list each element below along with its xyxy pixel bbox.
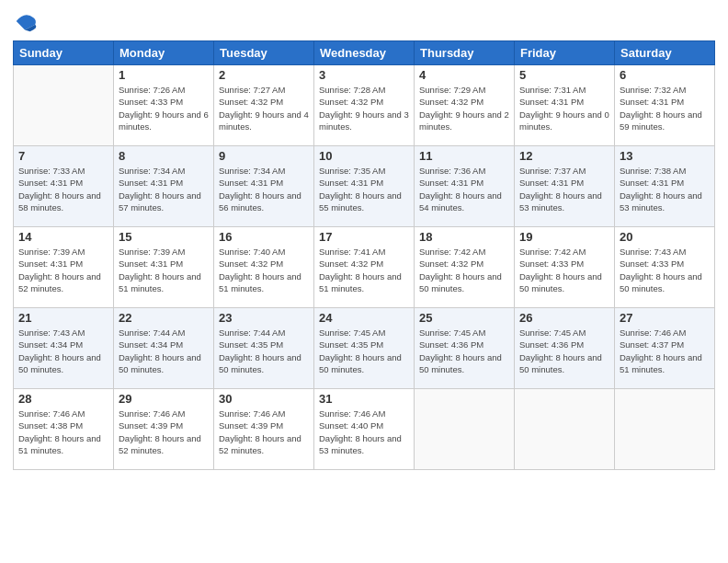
- day-info: Sunrise: 7:46 AMSunset: 4:37 PMDaylight:…: [620, 327, 710, 375]
- calendar-day-cell: 10Sunrise: 7:35 AMSunset: 4:31 PMDayligh…: [314, 146, 415, 227]
- page: SundayMondayTuesdayWednesdayThursdayFrid…: [0, 0, 728, 563]
- day-number: 28: [18, 392, 108, 406]
- day-number: 16: [219, 230, 309, 244]
- calendar-week-row: 14Sunrise: 7:39 AMSunset: 4:31 PMDayligh…: [14, 227, 715, 308]
- day-number: 10: [319, 149, 409, 163]
- day-info: Sunrise: 7:45 AMSunset: 4:36 PMDaylight:…: [419, 327, 509, 375]
- calendar-week-row: 21Sunrise: 7:43 AMSunset: 4:34 PMDayligh…: [14, 308, 715, 389]
- calendar-day-cell: 26Sunrise: 7:45 AMSunset: 4:36 PMDayligh…: [515, 308, 615, 389]
- day-number: 11: [419, 149, 509, 163]
- day-number: 24: [319, 311, 409, 325]
- calendar-day-cell: 22Sunrise: 7:44 AMSunset: 4:34 PMDayligh…: [114, 308, 214, 389]
- calendar-week-row: 7Sunrise: 7:33 AMSunset: 4:31 PMDaylight…: [14, 146, 715, 227]
- calendar-day-cell: 16Sunrise: 7:40 AMSunset: 4:32 PMDayligh…: [214, 227, 314, 308]
- calendar-day-cell: 29Sunrise: 7:46 AMSunset: 4:39 PMDayligh…: [114, 389, 214, 470]
- day-info: Sunrise: 7:46 AMSunset: 4:38 PMDaylight:…: [18, 408, 108, 456]
- calendar-week-row: 28Sunrise: 7:46 AMSunset: 4:38 PMDayligh…: [14, 389, 715, 470]
- weekday-header: Friday: [515, 41, 615, 65]
- calendar-day-cell: 25Sunrise: 7:45 AMSunset: 4:36 PMDayligh…: [415, 308, 515, 389]
- day-number: 23: [219, 311, 309, 325]
- calendar-day-cell: 27Sunrise: 7:46 AMSunset: 4:37 PMDayligh…: [615, 308, 715, 389]
- day-number: 21: [18, 311, 108, 325]
- day-number: 26: [519, 311, 609, 325]
- day-info: Sunrise: 7:27 AMSunset: 4:32 PMDaylight:…: [219, 84, 309, 132]
- day-info: Sunrise: 7:34 AMSunset: 4:31 PMDaylight:…: [119, 165, 209, 213]
- day-info: Sunrise: 7:42 AMSunset: 4:33 PMDaylight:…: [519, 246, 609, 294]
- day-info: Sunrise: 7:39 AMSunset: 4:31 PMDaylight:…: [119, 246, 209, 294]
- day-info: Sunrise: 7:35 AMSunset: 4:31 PMDaylight:…: [319, 165, 409, 213]
- calendar-day-cell: 24Sunrise: 7:45 AMSunset: 4:35 PMDayligh…: [314, 308, 415, 389]
- logo-icon: [13, 9, 39, 35]
- calendar-day-cell: 8Sunrise: 7:34 AMSunset: 4:31 PMDaylight…: [114, 146, 214, 227]
- weekday-header: Wednesday: [314, 41, 415, 65]
- calendar-day-cell: 30Sunrise: 7:46 AMSunset: 4:39 PMDayligh…: [214, 389, 314, 470]
- calendar-day-cell: 23Sunrise: 7:44 AMSunset: 4:35 PMDayligh…: [214, 308, 314, 389]
- day-info: Sunrise: 7:36 AMSunset: 4:31 PMDaylight:…: [419, 165, 509, 213]
- day-info: Sunrise: 7:45 AMSunset: 4:35 PMDaylight:…: [319, 327, 409, 375]
- calendar-day-cell: 4Sunrise: 7:29 AMSunset: 4:32 PMDaylight…: [415, 65, 515, 146]
- day-info: Sunrise: 7:34 AMSunset: 4:31 PMDaylight:…: [219, 165, 309, 213]
- day-info: Sunrise: 7:38 AMSunset: 4:31 PMDaylight:…: [620, 165, 710, 213]
- calendar-day-cell: [415, 389, 515, 470]
- calendar-day-cell: 17Sunrise: 7:41 AMSunset: 4:32 PMDayligh…: [314, 227, 415, 308]
- calendar-day-cell: 28Sunrise: 7:46 AMSunset: 4:38 PMDayligh…: [14, 389, 114, 470]
- calendar-day-cell: 3Sunrise: 7:28 AMSunset: 4:32 PMDaylight…: [314, 65, 415, 146]
- day-number: 30: [219, 392, 309, 406]
- logo-area: [13, 9, 42, 35]
- weekday-header: Thursday: [415, 41, 515, 65]
- day-number: 14: [18, 230, 108, 244]
- calendar-day-cell: 9Sunrise: 7:34 AMSunset: 4:31 PMDaylight…: [214, 146, 314, 227]
- day-number: 5: [519, 68, 609, 82]
- calendar-day-cell: 5Sunrise: 7:31 AMSunset: 4:31 PMDaylight…: [515, 65, 615, 146]
- day-number: 20: [620, 230, 710, 244]
- day-info: Sunrise: 7:46 AMSunset: 4:39 PMDaylight:…: [119, 408, 209, 456]
- day-number: 12: [519, 149, 609, 163]
- day-number: 3: [319, 68, 409, 82]
- calendar-day-cell: 2Sunrise: 7:27 AMSunset: 4:32 PMDaylight…: [214, 65, 314, 146]
- day-info: Sunrise: 7:43 AMSunset: 4:34 PMDaylight:…: [18, 327, 108, 375]
- calendar-header-row: SundayMondayTuesdayWednesdayThursdayFrid…: [14, 41, 715, 65]
- weekday-header: Saturday: [615, 41, 715, 65]
- day-number: 31: [319, 392, 409, 406]
- day-info: Sunrise: 7:44 AMSunset: 4:35 PMDaylight:…: [219, 327, 309, 375]
- day-number: 22: [119, 311, 209, 325]
- calendar-day-cell: 19Sunrise: 7:42 AMSunset: 4:33 PMDayligh…: [515, 227, 615, 308]
- day-info: Sunrise: 7:44 AMSunset: 4:34 PMDaylight:…: [119, 327, 209, 375]
- weekday-header: Monday: [114, 41, 214, 65]
- day-info: Sunrise: 7:43 AMSunset: 4:33 PMDaylight:…: [620, 246, 710, 294]
- weekday-header: Sunday: [14, 41, 114, 65]
- day-info: Sunrise: 7:46 AMSunset: 4:40 PMDaylight:…: [319, 408, 409, 456]
- day-number: 9: [219, 149, 309, 163]
- day-info: Sunrise: 7:40 AMSunset: 4:32 PMDaylight:…: [219, 246, 309, 294]
- calendar-day-cell: 31Sunrise: 7:46 AMSunset: 4:40 PMDayligh…: [314, 389, 415, 470]
- day-number: 1: [119, 68, 209, 82]
- day-info: Sunrise: 7:26 AMSunset: 4:33 PMDaylight:…: [119, 84, 209, 132]
- day-info: Sunrise: 7:32 AMSunset: 4:31 PMDaylight:…: [620, 84, 710, 132]
- day-info: Sunrise: 7:31 AMSunset: 4:31 PMDaylight:…: [519, 84, 609, 132]
- calendar-table: SundayMondayTuesdayWednesdayThursdayFrid…: [13, 40, 715, 470]
- weekday-header: Tuesday: [214, 41, 314, 65]
- day-info: Sunrise: 7:42 AMSunset: 4:32 PMDaylight:…: [419, 246, 509, 294]
- day-info: Sunrise: 7:41 AMSunset: 4:32 PMDaylight:…: [319, 246, 409, 294]
- calendar-week-row: 1Sunrise: 7:26 AMSunset: 4:33 PMDaylight…: [14, 65, 715, 146]
- day-info: Sunrise: 7:46 AMSunset: 4:39 PMDaylight:…: [219, 408, 309, 456]
- calendar-day-cell: 11Sunrise: 7:36 AMSunset: 4:31 PMDayligh…: [415, 146, 515, 227]
- header: [13, 9, 715, 35]
- day-number: 7: [18, 149, 108, 163]
- day-number: 6: [620, 68, 710, 82]
- calendar-day-cell: 18Sunrise: 7:42 AMSunset: 4:32 PMDayligh…: [415, 227, 515, 308]
- day-number: 27: [620, 311, 710, 325]
- calendar-day-cell: [14, 65, 114, 146]
- day-number: 17: [319, 230, 409, 244]
- day-number: 2: [219, 68, 309, 82]
- day-info: Sunrise: 7:33 AMSunset: 4:31 PMDaylight:…: [18, 165, 108, 213]
- day-number: 29: [119, 392, 209, 406]
- day-number: 19: [519, 230, 609, 244]
- calendar-day-cell: [615, 389, 715, 470]
- calendar-day-cell: 1Sunrise: 7:26 AMSunset: 4:33 PMDaylight…: [114, 65, 214, 146]
- calendar-day-cell: 6Sunrise: 7:32 AMSunset: 4:31 PMDaylight…: [615, 65, 715, 146]
- calendar-day-cell: 7Sunrise: 7:33 AMSunset: 4:31 PMDaylight…: [14, 146, 114, 227]
- day-number: 8: [119, 149, 209, 163]
- day-number: 13: [620, 149, 710, 163]
- day-info: Sunrise: 7:45 AMSunset: 4:36 PMDaylight:…: [519, 327, 609, 375]
